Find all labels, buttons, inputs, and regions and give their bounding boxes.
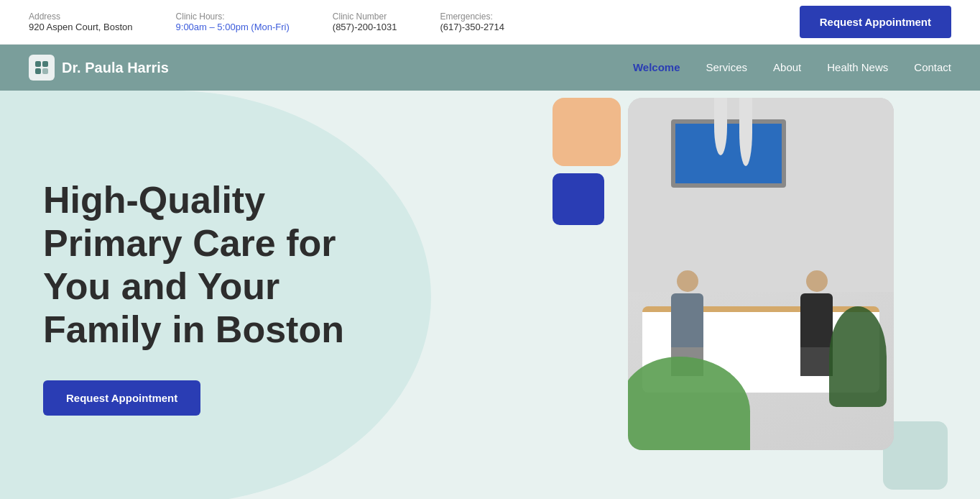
clinic-number-info: Clinic Number (857)-200-1031 — [333, 12, 397, 32]
pendant-light-1 — [714, 98, 727, 155]
hero-section: High-Quality Primary Care for You and Yo… — [0, 91, 980, 499]
person2-legs — [800, 347, 833, 376]
person2-body — [800, 293, 833, 347]
plant-dark — [829, 306, 887, 407]
hours-label: Clinic Hours: — [176, 12, 290, 22]
nav-link-welcome[interactable]: Welcome — [633, 61, 680, 73]
person2-head — [806, 270, 828, 292]
logo-icon — [29, 55, 55, 81]
hero-content: High-Quality Primary Care for You and Yo… — [0, 136, 402, 458]
tv — [671, 119, 786, 188]
hours-info: Clinic Hours: 9:00am – 5:00pm (Mon-Fri) — [176, 12, 290, 32]
hours-value: 9:00am – 5:00pm (Mon-Fri) — [176, 22, 290, 32]
clinic-number-value: (857)-200-1031 — [333, 22, 397, 32]
hero-title: High-Quality Primary Care for You and Yo… — [43, 179, 402, 351]
nav-item-welcome[interactable]: Welcome — [633, 61, 680, 74]
request-appointment-button-hero[interactable]: Request Appointment — [43, 380, 200, 416]
person-patient — [667, 270, 707, 371]
svg-rect-3 — [42, 68, 48, 74]
clinic-photo — [628, 98, 894, 450]
nav-links: Welcome Services About Health News Conta… — [633, 61, 951, 74]
hero-right — [434, 91, 980, 499]
request-appointment-button-top[interactable]: Request Appointment — [800, 6, 951, 38]
emergencies-info: Emergencies: (617)-350-2714 — [440, 12, 504, 32]
nav-link-about[interactable]: About — [773, 61, 801, 73]
nav-link-contact[interactable]: Contact — [914, 61, 951, 73]
clinic-interior — [628, 98, 894, 450]
emergencies-label: Emergencies: — [440, 12, 504, 22]
navbar: Dr. Paula Harris Welcome Services About … — [0, 45, 980, 91]
deco-blue-square — [553, 173, 604, 225]
nav-link-services[interactable]: Services — [706, 61, 748, 73]
nav-item-about[interactable]: About — [773, 61, 801, 74]
nav-item-services[interactable]: Services — [706, 61, 748, 74]
svg-rect-2 — [35, 68, 41, 74]
logo-text: Dr. Paula Harris — [62, 60, 169, 76]
emergencies-value: (617)-350-2714 — [440, 22, 504, 32]
person1-head — [677, 270, 698, 292]
top-bar-cta[interactable]: Request Appointment — [800, 6, 951, 38]
svg-rect-0 — [35, 61, 41, 67]
nav-item-contact[interactable]: Contact — [914, 61, 951, 74]
address-label: Address — [29, 12, 133, 22]
deco-orange-square — [553, 98, 621, 166]
top-bar: Address 920 Aspen Court, Boston Clinic H… — [0, 0, 980, 45]
hours-days: (Mon-Fri) — [251, 22, 289, 32]
clinic-number-label: Clinic Number — [333, 12, 397, 22]
svg-rect-1 — [42, 61, 48, 67]
address-info: Address 920 Aspen Court, Boston — [29, 12, 133, 32]
pendant-light-2 — [739, 98, 752, 166]
nav-link-health-news[interactable]: Health News — [827, 61, 888, 73]
nav-item-health-news[interactable]: Health News — [827, 61, 888, 74]
person1-body — [671, 293, 703, 347]
logo-link[interactable]: Dr. Paula Harris — [29, 55, 169, 81]
address-value: 920 Aspen Court, Boston — [29, 22, 133, 32]
